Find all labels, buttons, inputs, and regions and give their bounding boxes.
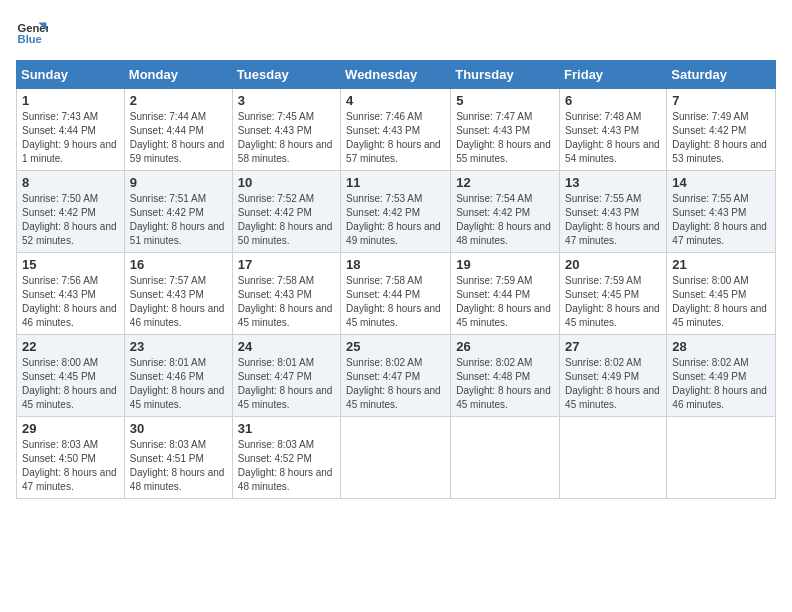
day-of-week-header: Wednesday: [341, 61, 451, 89]
calendar-cell: 26Sunrise: 8:02 AMSunset: 4:48 PMDayligh…: [451, 335, 560, 417]
day-number: 17: [238, 257, 335, 272]
day-detail: Sunrise: 7:50 AMSunset: 4:42 PMDaylight:…: [22, 192, 119, 248]
calendar-week-row: 22Sunrise: 8:00 AMSunset: 4:45 PMDayligh…: [17, 335, 776, 417]
day-number: 24: [238, 339, 335, 354]
day-detail: Sunrise: 7:52 AMSunset: 4:42 PMDaylight:…: [238, 192, 335, 248]
calendar-header-row: SundayMondayTuesdayWednesdayThursdayFrid…: [17, 61, 776, 89]
day-number: 21: [672, 257, 770, 272]
day-detail: Sunrise: 7:56 AMSunset: 4:43 PMDaylight:…: [22, 274, 119, 330]
calendar-cell: 22Sunrise: 8:00 AMSunset: 4:45 PMDayligh…: [17, 335, 125, 417]
day-number: 6: [565, 93, 661, 108]
calendar-cell: 20Sunrise: 7:59 AMSunset: 4:45 PMDayligh…: [560, 253, 667, 335]
day-number: 23: [130, 339, 227, 354]
calendar-cell: 30Sunrise: 8:03 AMSunset: 4:51 PMDayligh…: [124, 417, 232, 499]
day-number: 9: [130, 175, 227, 190]
logo: General Blue: [16, 16, 48, 48]
day-of-week-header: Thursday: [451, 61, 560, 89]
day-number: 10: [238, 175, 335, 190]
calendar-week-row: 1Sunrise: 7:43 AMSunset: 4:44 PMDaylight…: [17, 89, 776, 171]
day-number: 7: [672, 93, 770, 108]
day-number: 5: [456, 93, 554, 108]
logo-icon: General Blue: [16, 16, 48, 48]
calendar-cell: 8Sunrise: 7:50 AMSunset: 4:42 PMDaylight…: [17, 171, 125, 253]
day-detail: Sunrise: 7:59 AMSunset: 4:45 PMDaylight:…: [565, 274, 661, 330]
calendar-cell: 11Sunrise: 7:53 AMSunset: 4:42 PMDayligh…: [341, 171, 451, 253]
day-number: 25: [346, 339, 445, 354]
calendar-cell: 13Sunrise: 7:55 AMSunset: 4:43 PMDayligh…: [560, 171, 667, 253]
calendar-cell: 18Sunrise: 7:58 AMSunset: 4:44 PMDayligh…: [341, 253, 451, 335]
day-number: 3: [238, 93, 335, 108]
day-detail: Sunrise: 8:02 AMSunset: 4:48 PMDaylight:…: [456, 356, 554, 412]
day-detail: Sunrise: 7:51 AMSunset: 4:42 PMDaylight:…: [130, 192, 227, 248]
day-number: 1: [22, 93, 119, 108]
day-detail: Sunrise: 7:55 AMSunset: 4:43 PMDaylight:…: [672, 192, 770, 248]
day-detail: Sunrise: 7:45 AMSunset: 4:43 PMDaylight:…: [238, 110, 335, 166]
day-detail: Sunrise: 8:02 AMSunset: 4:49 PMDaylight:…: [672, 356, 770, 412]
day-detail: Sunrise: 8:02 AMSunset: 4:47 PMDaylight:…: [346, 356, 445, 412]
day-detail: Sunrise: 8:00 AMSunset: 4:45 PMDaylight:…: [672, 274, 770, 330]
calendar-cell: 2Sunrise: 7:44 AMSunset: 4:44 PMDaylight…: [124, 89, 232, 171]
calendar-cell: [667, 417, 776, 499]
calendar-cell: 29Sunrise: 8:03 AMSunset: 4:50 PMDayligh…: [17, 417, 125, 499]
day-number: 11: [346, 175, 445, 190]
day-detail: Sunrise: 7:55 AMSunset: 4:43 PMDaylight:…: [565, 192, 661, 248]
calendar-cell: 28Sunrise: 8:02 AMSunset: 4:49 PMDayligh…: [667, 335, 776, 417]
calendar-cell: 9Sunrise: 7:51 AMSunset: 4:42 PMDaylight…: [124, 171, 232, 253]
calendar-cell: 7Sunrise: 7:49 AMSunset: 4:42 PMDaylight…: [667, 89, 776, 171]
day-of-week-header: Saturday: [667, 61, 776, 89]
day-number: 4: [346, 93, 445, 108]
day-detail: Sunrise: 8:01 AMSunset: 4:46 PMDaylight:…: [130, 356, 227, 412]
calendar-cell: 27Sunrise: 8:02 AMSunset: 4:49 PMDayligh…: [560, 335, 667, 417]
calendar-cell: 10Sunrise: 7:52 AMSunset: 4:42 PMDayligh…: [232, 171, 340, 253]
svg-text:Blue: Blue: [18, 33, 42, 45]
day-number: 27: [565, 339, 661, 354]
day-number: 15: [22, 257, 119, 272]
day-number: 14: [672, 175, 770, 190]
calendar-cell: [451, 417, 560, 499]
day-detail: Sunrise: 7:58 AMSunset: 4:43 PMDaylight:…: [238, 274, 335, 330]
day-detail: Sunrise: 7:44 AMSunset: 4:44 PMDaylight:…: [130, 110, 227, 166]
calendar-cell: [560, 417, 667, 499]
day-number: 2: [130, 93, 227, 108]
day-number: 26: [456, 339, 554, 354]
calendar-cell: 4Sunrise: 7:46 AMSunset: 4:43 PMDaylight…: [341, 89, 451, 171]
calendar-cell: 25Sunrise: 8:02 AMSunset: 4:47 PMDayligh…: [341, 335, 451, 417]
calendar-cell: 19Sunrise: 7:59 AMSunset: 4:44 PMDayligh…: [451, 253, 560, 335]
calendar-cell: 5Sunrise: 7:47 AMSunset: 4:43 PMDaylight…: [451, 89, 560, 171]
day-detail: Sunrise: 8:02 AMSunset: 4:49 PMDaylight:…: [565, 356, 661, 412]
day-number: 22: [22, 339, 119, 354]
day-number: 29: [22, 421, 119, 436]
day-of-week-header: Monday: [124, 61, 232, 89]
calendar-week-row: 15Sunrise: 7:56 AMSunset: 4:43 PMDayligh…: [17, 253, 776, 335]
day-number: 16: [130, 257, 227, 272]
day-number: 12: [456, 175, 554, 190]
day-detail: Sunrise: 7:54 AMSunset: 4:42 PMDaylight:…: [456, 192, 554, 248]
calendar-cell: 6Sunrise: 7:48 AMSunset: 4:43 PMDaylight…: [560, 89, 667, 171]
day-detail: Sunrise: 7:48 AMSunset: 4:43 PMDaylight:…: [565, 110, 661, 166]
day-number: 31: [238, 421, 335, 436]
day-detail: Sunrise: 8:01 AMSunset: 4:47 PMDaylight:…: [238, 356, 335, 412]
day-detail: Sunrise: 7:46 AMSunset: 4:43 PMDaylight:…: [346, 110, 445, 166]
day-detail: Sunrise: 7:53 AMSunset: 4:42 PMDaylight:…: [346, 192, 445, 248]
calendar-cell: 17Sunrise: 7:58 AMSunset: 4:43 PMDayligh…: [232, 253, 340, 335]
day-of-week-header: Friday: [560, 61, 667, 89]
calendar-cell: 21Sunrise: 8:00 AMSunset: 4:45 PMDayligh…: [667, 253, 776, 335]
day-number: 18: [346, 257, 445, 272]
day-detail: Sunrise: 7:47 AMSunset: 4:43 PMDaylight:…: [456, 110, 554, 166]
day-detail: Sunrise: 7:59 AMSunset: 4:44 PMDaylight:…: [456, 274, 554, 330]
day-of-week-header: Tuesday: [232, 61, 340, 89]
day-number: 30: [130, 421, 227, 436]
day-detail: Sunrise: 7:43 AMSunset: 4:44 PMDaylight:…: [22, 110, 119, 166]
day-detail: Sunrise: 8:03 AMSunset: 4:50 PMDaylight:…: [22, 438, 119, 494]
day-number: 20: [565, 257, 661, 272]
day-detail: Sunrise: 7:57 AMSunset: 4:43 PMDaylight:…: [130, 274, 227, 330]
day-detail: Sunrise: 8:00 AMSunset: 4:45 PMDaylight:…: [22, 356, 119, 412]
day-of-week-header: Sunday: [17, 61, 125, 89]
calendar-cell: 3Sunrise: 7:45 AMSunset: 4:43 PMDaylight…: [232, 89, 340, 171]
calendar-cell: 15Sunrise: 7:56 AMSunset: 4:43 PMDayligh…: [17, 253, 125, 335]
calendar-cell: 14Sunrise: 7:55 AMSunset: 4:43 PMDayligh…: [667, 171, 776, 253]
calendar-cell: 16Sunrise: 7:57 AMSunset: 4:43 PMDayligh…: [124, 253, 232, 335]
day-detail: Sunrise: 7:49 AMSunset: 4:42 PMDaylight:…: [672, 110, 770, 166]
calendar-cell: 31Sunrise: 8:03 AMSunset: 4:52 PMDayligh…: [232, 417, 340, 499]
day-detail: Sunrise: 8:03 AMSunset: 4:52 PMDaylight:…: [238, 438, 335, 494]
